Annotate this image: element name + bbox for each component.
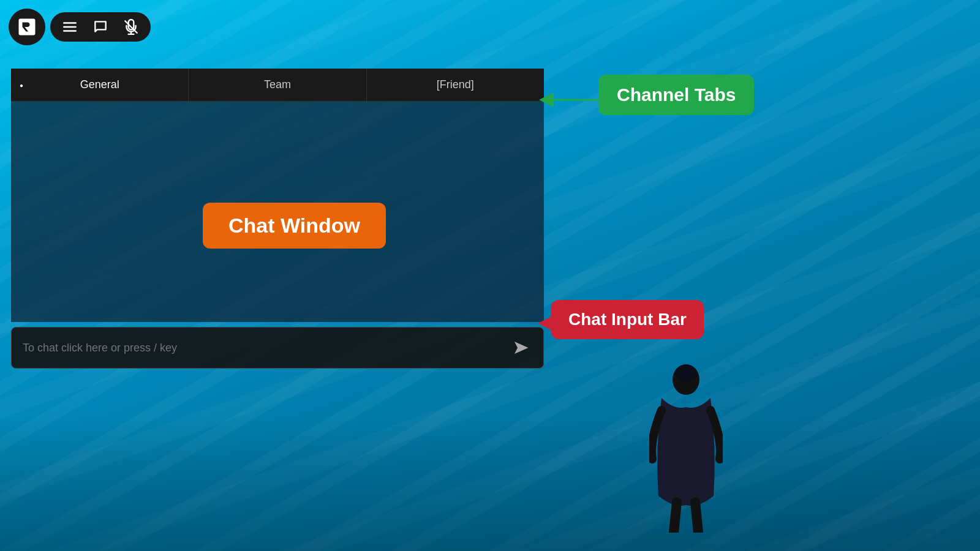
menu-button[interactable]: [60, 17, 80, 37]
tab-general[interactable]: General: [11, 69, 189, 101]
tab-friend[interactable]: [Friend]: [367, 69, 544, 101]
channel-tabs-bar: General Team [Friend]: [11, 69, 544, 102]
chat-toggle-button[interactable]: [91, 17, 110, 37]
annotation-chat-input-bar: Chat Input Bar: [551, 300, 704, 339]
chat-input-field[interactable]: [23, 342, 509, 354]
hamburger-icon: [62, 19, 78, 35]
mute-icon: [123, 19, 139, 35]
chat-input-bar[interactable]: [11, 327, 544, 369]
roblox-logo-button[interactable]: [9, 9, 45, 45]
send-icon: [511, 339, 530, 357]
chat-send-button[interactable]: [509, 336, 532, 359]
mute-button[interactable]: [121, 17, 141, 37]
chat-panel: General Team [Friend]: [11, 69, 544, 369]
chat-window-area: [11, 102, 544, 322]
tab-team[interactable]: Team: [189, 69, 366, 101]
chat-icon: [92, 19, 108, 35]
annotation-channel-tabs: Channel Tabs: [598, 75, 754, 115]
roblox-icon: [16, 16, 38, 38]
toolbar-buttons: [50, 12, 151, 42]
svg-marker-7: [514, 342, 529, 354]
toolbar: [9, 9, 151, 45]
svg-point-11: [675, 365, 697, 382]
game-character: [649, 361, 723, 533]
